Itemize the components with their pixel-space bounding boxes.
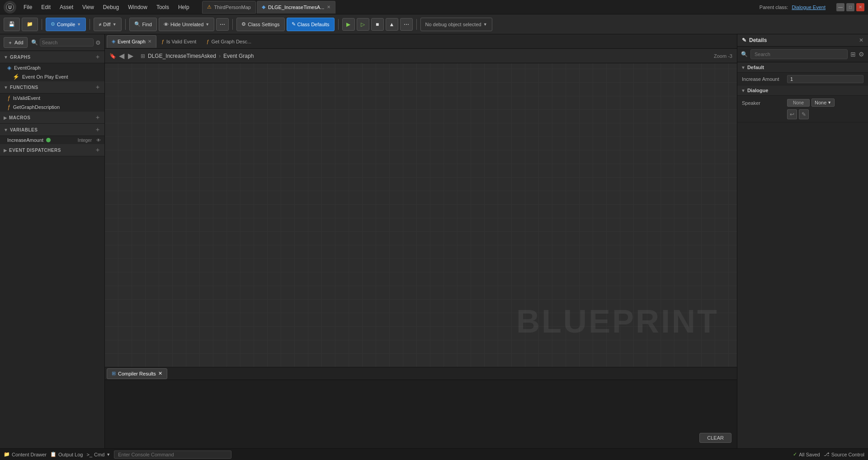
functions-add-button[interactable]: ＋ <box>94 83 101 91</box>
step-back-button[interactable]: ▲ <box>386 18 398 31</box>
details-dialogue-section[interactable]: ▼ Dialogue <box>737 85 868 96</box>
menu-debug[interactable]: Debug <box>99 3 123 11</box>
more-debug-button[interactable]: ⋯ <box>400 18 413 31</box>
more-debug-icon: ⋯ <box>404 21 409 28</box>
diff-button[interactable]: ≠ Diff ▼ <box>94 18 121 31</box>
sidebar-item-event-on-play[interactable]: ⚡ Event On Play Event <box>0 72 104 81</box>
hide-unrelated-chevron: ▼ <box>205 22 209 27</box>
tab-close-dlge[interactable]: ✕ <box>327 5 330 9</box>
source-control-button[interactable]: ⎇ Source Control <box>824 451 864 457</box>
details-settings-icon[interactable]: ⚙ <box>859 51 864 58</box>
parent-class-link[interactable]: Dialogue Event <box>792 5 826 10</box>
menu-view[interactable]: View <box>79 3 98 11</box>
hide-unrelated-icon: 👁 <box>164 22 169 27</box>
macros-add-button[interactable]: ＋ <box>94 113 101 122</box>
details-search-input[interactable] <box>750 49 848 59</box>
increase-amount-input[interactable] <box>787 75 863 83</box>
debug-object-selector[interactable]: No debug object selected ▼ <box>420 18 492 31</box>
cmd-icon: >_ <box>86 452 92 457</box>
diff-label: Diff <box>103 22 110 27</box>
graph-tab-is-valid-event[interactable]: ƒ Is Valid Event <box>156 35 202 48</box>
details-close-icon[interactable]: ✕ <box>859 37 863 43</box>
sidebar-item-isvalidevent[interactable]: ƒ IsValidEvent <box>0 94 104 103</box>
event-dispatchers-section-header[interactable]: ▶ EVENT DISPATCHERS ＋ <box>0 144 104 156</box>
macros-section-label: MACROS <box>9 115 94 120</box>
compiler-results-tab[interactable]: ⊞ Compiler Results ✕ <box>107 368 167 379</box>
graphs-section-header[interactable]: ▼ GRAPHS ＋ <box>0 51 104 63</box>
graphs-add-button[interactable]: ＋ <box>94 53 101 61</box>
stop-button[interactable]: ■ <box>371 18 384 31</box>
step-forward-button[interactable]: ▷ <box>357 18 369 31</box>
find-icon: 🔍 <box>134 21 141 27</box>
cmd-button[interactable]: >_ Cmd ▼ <box>86 452 110 457</box>
details-title-label: Details <box>749 37 767 43</box>
graph-tab-get-graph-desc[interactable]: ƒ Get Graph Desc... <box>201 35 256 48</box>
breadcrumb-current: Event Graph <box>223 53 254 59</box>
close-button[interactable]: ✕ <box>856 3 864 11</box>
graph-canvas[interactable]: BLUEPRINT <box>105 63 737 367</box>
add-button[interactable]: ＋ ＋ Add Add <box>4 37 28 48</box>
console-input[interactable] <box>114 451 231 459</box>
play-button[interactable]: ▶ <box>342 18 355 31</box>
menu-window[interactable]: Window <box>124 3 151 11</box>
cmd-label: Cmd <box>94 452 104 457</box>
event-dispatchers-add-button[interactable]: ＋ <box>94 146 101 154</box>
sidebar-item-eventgraph[interactable]: ◈ EventGraph <box>0 63 104 72</box>
clear-button[interactable]: CLEAR <box>699 433 731 443</box>
browse-button[interactable]: 📁 <box>22 18 38 31</box>
sidebar-settings-icon[interactable]: ⚙ <box>95 39 101 46</box>
default-section-arrow: ▼ <box>741 65 745 70</box>
details-grid-icon[interactable]: ⊞ <box>850 51 856 58</box>
speaker-go-to-button[interactable]: ↩ <box>787 109 797 119</box>
class-settings-button[interactable]: ⚙ Class Settings <box>236 18 284 31</box>
details-default-section[interactable]: ▼ Default <box>737 62 868 73</box>
menu-edit[interactable]: Edit <box>38 3 54 11</box>
maximize-button[interactable]: □ <box>846 3 854 11</box>
toolbar-sep-4 <box>232 19 233 30</box>
increaseamount-type-label: Integer <box>78 138 92 143</box>
source-control-icon: ⎇ <box>824 451 830 457</box>
output-log-button[interactable]: 📋 Output Log <box>50 451 83 457</box>
details-title: ✎ Details <box>742 37 767 43</box>
hide-unrelated-button[interactable]: 👁 Hide Unrelated ▼ <box>159 18 214 31</box>
menu-tools[interactable]: Tools <box>153 3 173 11</box>
more-options-button[interactable]: ⋯ <box>216 18 229 31</box>
functions-section-label: FUNCTIONS <box>10 85 94 90</box>
find-button[interactable]: 🔍 Find <box>129 18 157 31</box>
getgraphdescription-label: GetGraphDescription <box>13 104 60 110</box>
isvalidevent-icon: ƒ <box>7 95 10 101</box>
compile-button[interactable]: ⚙ Compile ▼ <box>46 18 86 31</box>
speaker-edit-button[interactable]: ✎ <box>799 109 809 119</box>
menu-file[interactable]: File <box>20 3 36 11</box>
class-defaults-button[interactable]: ✎ Class Defaults <box>287 18 335 31</box>
graph-tab-event-graph[interactable]: ◈ Event Graph ✕ <box>107 35 156 48</box>
functions-section-header[interactable]: ▼ FUNCTIONS ＋ <box>0 81 104 94</box>
diff-icon: ≠ <box>99 22 101 27</box>
content-drawer-button[interactable]: 📁 Content Drawer <box>4 451 47 457</box>
save-button[interactable]: 💾 <box>4 18 20 31</box>
sidebar-search-input[interactable] <box>40 38 94 47</box>
macros-section-header[interactable]: ▶ MACROS ＋ <box>0 112 104 124</box>
compiler-results-close[interactable]: ✕ <box>158 371 162 376</box>
tab-third-person-map[interactable]: ⚠ ThirdPersonMap <box>202 1 256 14</box>
menu-bar: File Edit Asset View Debug Window Tools … <box>20 3 193 11</box>
speaker-none-box: None <box>787 99 810 107</box>
increaseamount-visibility-icon[interactable]: 👁 <box>96 138 101 143</box>
sidebar-item-increaseamount[interactable]: IncreaseAmount Integer 👁 <box>0 136 104 144</box>
nav-back-button[interactable]: ◀ <box>118 52 125 60</box>
main-toolbar: 💾 📁 ⚙ Compile ▼ ≠ Diff ▼ 🔍 Find 👁 Hide U… <box>0 14 868 34</box>
status-bar: 📁 Content Drawer 📋 Output Log >_ Cmd ▼ ✓… <box>0 448 868 460</box>
compiler-content: CLEAR <box>105 380 737 448</box>
sidebar-item-getgraphdescription[interactable]: ƒ GetGraphDescription <box>0 103 104 112</box>
speaker-dropdown-select[interactable]: None ▼ <box>811 99 835 107</box>
variables-section-header[interactable]: ▼ VARIABLES ＋ <box>0 124 104 136</box>
nav-forward-button[interactable]: ▶ <box>127 52 134 60</box>
event-graph-tab-close[interactable]: ✕ <box>148 39 151 44</box>
menu-help[interactable]: Help <box>175 3 193 11</box>
minimize-button[interactable]: — <box>836 3 844 11</box>
tab-dlge[interactable]: ◆ DLGE_IncreaseTimesA... ✕ <box>257 1 335 14</box>
menu-asset[interactable]: Asset <box>56 3 77 11</box>
parent-class-label: Parent class: <box>760 5 788 10</box>
variables-add-button[interactable]: ＋ <box>94 126 101 134</box>
dialogue-section-arrow: ▼ <box>741 88 745 93</box>
